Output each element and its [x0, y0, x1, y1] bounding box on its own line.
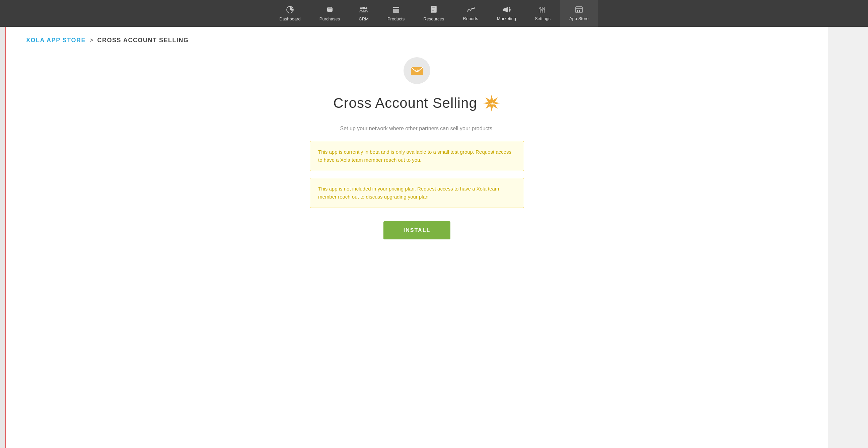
nav-label-crm: CRM — [359, 17, 369, 22]
install-button-wrapper: INSTALL — [26, 221, 808, 239]
warning-text-beta: This app is currently in beta and is onl… — [318, 148, 516, 164]
install-button[interactable]: INSTALL — [383, 221, 451, 239]
svg-rect-19 — [544, 7, 545, 13]
nav-item-dashboard[interactable]: Dashboard — [270, 0, 310, 27]
app-description: Set up your network where other partners… — [26, 126, 808, 132]
svg-rect-22 — [543, 8, 545, 9]
svg-rect-26 — [579, 10, 580, 11]
app-icon-wrapper: </> — [26, 57, 808, 84]
breadcrumb: XOLA APP STORE > CROSS ACCOUNT SELLING — [26, 37, 808, 44]
warning-text-plan: This app is not included in your pricing… — [318, 185, 516, 201]
nav-item-settings[interactable]: Settings — [525, 0, 560, 27]
svg-rect-8 — [393, 9, 399, 13]
nav-item-appstore[interactable]: App Store — [560, 0, 598, 27]
page-wrapper: XOLA APP STORE > CROSS ACCOUNT SELLING <… — [0, 27, 868, 448]
svg-rect-27 — [577, 11, 578, 12]
crm-icon — [359, 6, 368, 15]
svg-rect-28 — [579, 11, 580, 12]
svg-rect-25 — [577, 10, 578, 11]
svg-rect-9 — [395, 8, 397, 9]
app-icon-circle: </> — [404, 57, 430, 84]
reports-icon — [466, 6, 475, 14]
breadcrumb-current: CROSS ACCOUNT SELLING — [97, 37, 189, 44]
right-sidebar-bg — [828, 27, 868, 448]
breadcrumb-separator: > — [90, 37, 93, 44]
nav-item-marketing[interactable]: Marketing — [488, 0, 525, 27]
breadcrumb-link[interactable]: XOLA APP STORE — [26, 37, 86, 44]
nav-item-reports[interactable]: Reports — [454, 0, 488, 27]
nav-item-products[interactable]: Products — [378, 0, 414, 27]
beta-badge-wrapper: beta — [483, 94, 501, 112]
nav-item-purchases[interactable]: Purchases — [310, 0, 349, 27]
svg-rect-21 — [541, 9, 543, 10]
products-icon — [392, 6, 400, 15]
svg-point-3 — [328, 7, 332, 9]
app-title: Cross Account Selling — [333, 95, 477, 111]
resources-icon — [430, 6, 437, 15]
main-content: XOLA APP STORE > CROSS ACCOUNT SELLING <… — [6, 27, 828, 448]
nav-label-products: Products — [388, 17, 405, 22]
settings-icon — [538, 6, 547, 14]
nav-item-crm[interactable]: CRM — [349, 0, 378, 27]
nav-label-settings: Settings — [535, 16, 551, 21]
nav-item-resources[interactable]: Resources — [414, 0, 454, 27]
nav-label-appstore: App Store — [569, 16, 589, 21]
svg-point-5 — [360, 7, 362, 9]
app-title-row: Cross Account Selling beta — [26, 94, 808, 112]
marketing-icon — [502, 6, 511, 14]
nav-items-container: Dashboard Purchases — [270, 0, 598, 27]
svg-point-4 — [362, 7, 365, 9]
warning-box-plan: This app is not included in your pricing… — [310, 178, 524, 208]
sidebar-bar — [0, 27, 6, 448]
svg-rect-20 — [539, 8, 541, 9]
beta-starburst-icon: beta — [483, 94, 501, 112]
purchases-icon — [326, 6, 334, 15]
nav-label-purchases: Purchases — [319, 17, 340, 22]
svg-rect-16 — [503, 9, 504, 11]
nav-label-marketing: Marketing — [497, 16, 516, 21]
nav-label-resources: Resources — [423, 17, 444, 22]
svg-text:</>: </> — [414, 69, 420, 73]
warning-box-beta: This app is currently in beta and is onl… — [310, 141, 524, 171]
top-navigation: Dashboard Purchases — [0, 0, 868, 27]
nav-label-dashboard: Dashboard — [279, 17, 301, 22]
appstore-icon — [575, 6, 583, 14]
svg-point-6 — [365, 7, 367, 9]
svg-text:beta: beta — [489, 102, 495, 105]
dashboard-icon — [286, 6, 294, 15]
nav-label-reports: Reports — [463, 16, 478, 21]
